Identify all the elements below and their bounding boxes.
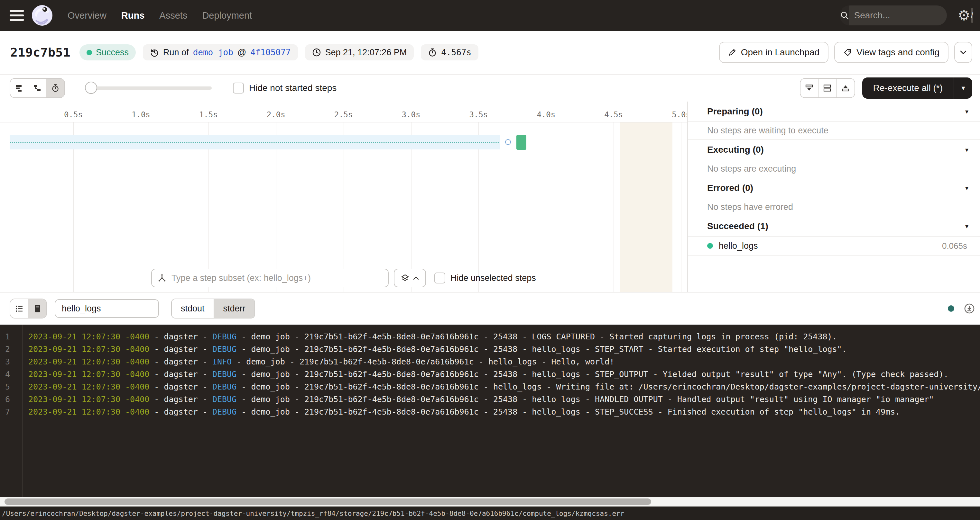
caret-down-icon: ▾ [965, 146, 969, 154]
axis-tick-label: 3.0s [402, 110, 420, 119]
log-console[interactable]: 12023-09-21 12:07:30 -0400 - dagster - D… [0, 325, 980, 497]
dock-top-icon [842, 84, 850, 92]
step-subset-input[interactable] [171, 273, 382, 284]
commit-link[interactable]: 4f105077 [250, 48, 291, 57]
axis-tick-label: 1.0s [132, 110, 150, 119]
panel-section-header[interactable]: Executing (0)▾ [688, 140, 980, 160]
status-dot-icon [86, 50, 92, 55]
hamburger-menu-icon[interactable] [10, 10, 24, 21]
axis-tick-label: 3.5s [469, 110, 488, 119]
log-filter-input[interactable] [55, 299, 159, 318]
open-in-launchpad-button[interactable]: Open in Launchpad [719, 42, 829, 63]
nav-item-runs[interactable]: Runs [121, 10, 145, 21]
download-logs-button[interactable] [964, 303, 975, 314]
timing-view-button[interactable] [46, 79, 64, 97]
history-icon [150, 48, 159, 57]
hide-not-started-checkbox-row[interactable]: Hide not started steps [233, 82, 337, 94]
panel-section-header[interactable]: Succeeded (1)▾ [688, 216, 980, 236]
tab-stdout[interactable]: stdout [172, 299, 214, 318]
log-line-number: 7 [0, 407, 22, 417]
log-line: 12023-09-21 12:07:30 -0400 - dagster - D… [0, 330, 980, 343]
log-line: 62023-09-21 12:07:30 -0400 - dagster - D… [0, 393, 980, 406]
dock-bottom-icon [805, 84, 813, 92]
reexecute-dropdown-button[interactable]: ▾ [954, 78, 972, 99]
log-line-number: 6 [0, 395, 22, 404]
caret-down-icon: ▾ [961, 84, 965, 92]
panel-empty-text: No steps are executing [688, 160, 980, 178]
clock-icon [312, 48, 321, 57]
log-line: 42023-09-21 12:07:30 -0400 - dagster - D… [0, 368, 980, 380]
search-box[interactable]: / [840, 5, 947, 25]
log-line-text: 2023-09-21 12:07:30 -0400 - dagster - DE… [22, 395, 934, 404]
split-view-icon [823, 84, 831, 92]
stopwatch-icon [51, 84, 59, 92]
main-nav: OverviewRunsAssetsDeployment [68, 10, 252, 21]
app-root: OverviewRunsAssetsDeployment / ⚙ 219c7b5… [0, 0, 980, 520]
raw-logs-button[interactable] [28, 299, 46, 318]
flat-view-button[interactable] [10, 79, 28, 97]
chevron-up-icon [413, 276, 419, 280]
zoom-slider-knob[interactable] [85, 82, 97, 94]
log-line-number: 5 [0, 382, 22, 392]
log-line-number: 3 [0, 357, 22, 366]
job-link[interactable]: demo_job [193, 48, 233, 57]
graph-query-toggle-button[interactable] [394, 269, 426, 287]
split-view-button[interactable] [818, 79, 837, 97]
zoom-slider[interactable] [86, 86, 212, 90]
gantt-section: Hide not started steps [0, 75, 980, 292]
log-line-number: 2 [0, 344, 22, 354]
at-sign: @ [237, 48, 246, 57]
axis-tick-label: 4.0s [537, 110, 555, 119]
panel-empty-text: No steps are waiting to execute [688, 122, 980, 140]
step-row[interactable]: hello_logs0.065s [688, 236, 980, 255]
log-line-number: 4 [0, 369, 22, 379]
caret-down-icon: ▾ [965, 184, 969, 192]
log-console-lines: 12023-09-21 12:07:30 -0400 - dagster - D… [0, 330, 980, 418]
hide-unselected-checkbox[interactable] [434, 273, 445, 284]
run-duration: 4.567s [441, 48, 471, 57]
status-label: Success [96, 48, 129, 57]
step-subset-row: Hide unselected steps [151, 269, 536, 287]
hide-not-started-label: Hide not started steps [249, 83, 337, 93]
horizontal-scrollbar[interactable] [0, 497, 980, 506]
view-tags-config-button[interactable]: View tags and config [834, 42, 948, 63]
caret-down-icon: ▾ [965, 222, 969, 230]
scrollbar-thumb[interactable] [5, 498, 651, 505]
axis-tick-label: 2.0s [267, 110, 285, 119]
step-bar-hello-logs[interactable] [516, 135, 527, 150]
raw-console-icon [33, 304, 42, 313]
structured-list-icon [15, 304, 24, 313]
hide-not-started-checkbox[interactable] [233, 82, 244, 94]
flat-list-icon [15, 84, 23, 92]
dock-top-button[interactable] [837, 79, 854, 97]
tab-stderr[interactable]: stderr [214, 299, 255, 318]
panel-section-header[interactable]: Errored (0)▾ [688, 178, 980, 198]
reexecute-split-button: Re-execute all (*) ▾ [862, 78, 972, 99]
gear-icon[interactable]: ⚙ [958, 8, 970, 22]
axis-tick-label: 1.5s [199, 110, 218, 119]
run-timestamp: Sep 21, 12:07:26 PM [325, 48, 407, 57]
op-selector-icon [158, 274, 166, 282]
dock-bottom-button[interactable] [800, 79, 818, 97]
gantt-toolbar: Hide not started steps [0, 75, 980, 101]
status-badge: Success [80, 44, 136, 60]
step-marker-circle [505, 139, 511, 145]
structured-logs-button[interactable] [10, 299, 28, 318]
gridline [546, 122, 546, 292]
nav-item-deployment[interactable]: Deployment [202, 10, 252, 21]
log-line-text: 2023-09-21 12:07:30 -0400 - dagster - IN… [22, 357, 614, 366]
search-input[interactable] [854, 10, 971, 21]
nav-item-overview[interactable]: Overview [68, 10, 107, 21]
dagster-logo-icon[interactable] [32, 5, 53, 26]
log-line: 32023-09-21 12:07:30 -0400 - dagster - I… [0, 355, 980, 368]
search-shortcut-badge: / [971, 8, 973, 23]
waterfall-view-button[interactable] [28, 79, 46, 97]
reexecute-all-button[interactable]: Re-execute all (*) [862, 78, 954, 99]
step-subset-inputbox [151, 269, 389, 287]
hide-unselected-checkbox-row[interactable]: Hide unselected steps [434, 273, 536, 284]
panel-section-header[interactable]: Preparing (0)▾ [688, 101, 980, 122]
nav-item-assets[interactable]: Assets [159, 10, 187, 21]
run-actions-dropdown-button[interactable] [954, 42, 972, 63]
stopwatch-icon [428, 48, 437, 57]
waterfall-icon [33, 84, 41, 92]
